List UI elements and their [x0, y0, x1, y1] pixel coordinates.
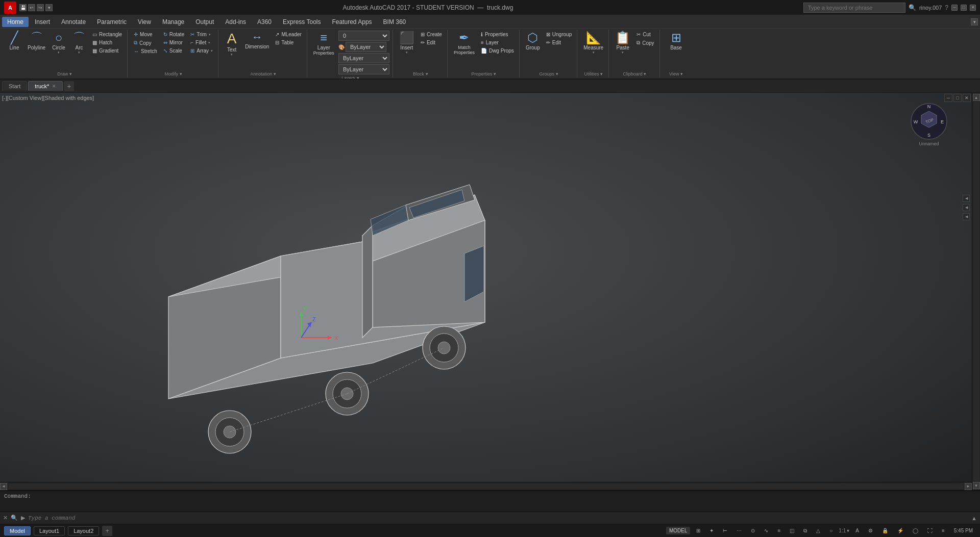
move-button[interactable]: ✛ Move — [132, 31, 159, 38]
panel-tool-2[interactable]: ◀ — [963, 204, 970, 211]
scroll-thumb-h[interactable] — [9, 484, 963, 489]
workspace-btn[interactable]: ⚙ — [865, 527, 876, 534]
menu-view[interactable]: View — [133, 17, 156, 27]
utilities-group-label[interactable]: Utilities — [584, 71, 603, 76]
menu-home[interactable]: Home — [2, 17, 29, 27]
block-editor-btn[interactable]: ✏ Edit — [419, 39, 444, 46]
tab-layout2[interactable]: Layout2 — [68, 526, 99, 535]
command-input[interactable] — [28, 515, 968, 521]
menu-featured[interactable]: Featured Apps — [327, 17, 377, 27]
clipboard-group-label[interactable]: Clipboard — [623, 71, 646, 76]
grid-btn[interactable]: ⊞ — [693, 527, 703, 534]
scroll-right[interactable]: ► — [965, 483, 972, 490]
mirror-button[interactable]: ⇔ Mirror — [161, 39, 186, 46]
clipboard-copy-btn[interactable]: ⧉ Copy — [634, 39, 656, 47]
ribbon-minimize-btn[interactable]: ▾ — [971, 18, 978, 25]
viewport-close[interactable]: ✕ — [963, 94, 971, 102]
block-group-label[interactable]: Block — [413, 71, 428, 76]
tab-start[interactable]: Start — [2, 81, 27, 91]
tab-add-button[interactable]: + — [64, 81, 74, 91]
v-scrollbar[interactable]: ▲ ▼ — [972, 93, 980, 490]
menu-manage[interactable]: Manage — [157, 17, 189, 27]
menu-parametric[interactable]: Parametric — [92, 17, 132, 27]
cmd-expand-btn[interactable]: ▲ — [971, 515, 977, 521]
layer-name-dropdown[interactable]: 0 — [338, 31, 389, 41]
groups-group-label[interactable]: Groups — [539, 71, 558, 76]
measure-button[interactable]: 📐 Measure ▾ — [581, 31, 605, 56]
line-button[interactable]: ╱ Line — [5, 31, 23, 52]
rectangle-btn[interactable]: ▭ Rectangle — [90, 31, 124, 38]
layer-linetype-dropdown[interactable]: ByLayer — [338, 53, 389, 63]
base-button[interactable]: ⊞ Base — [667, 31, 685, 52]
properties-layer-btn[interactable]: ≡ Layer — [479, 39, 516, 46]
otrack-btn[interactable]: ∿ — [761, 527, 771, 534]
annotation-group-label[interactable]: Annotation — [250, 71, 276, 76]
tab-truck-close[interactable]: ✕ — [52, 84, 56, 89]
viewport-maximize[interactable]: □ — [953, 94, 962, 102]
circle-button[interactable]: ○ Circle ▾ — [50, 31, 68, 56]
menu-insert[interactable]: Insert — [30, 17, 55, 27]
polar-btn[interactable]: ⋯ — [733, 527, 745, 534]
menu-a360[interactable]: A360 — [252, 17, 277, 27]
selection-cycling-btn[interactable]: ⧉ — [800, 527, 810, 535]
isolate-btn[interactable]: ○ — [826, 527, 836, 534]
array-button[interactable]: ⊞ Array ▾ — [188, 47, 215, 55]
fullscreen-btn[interactable]: ⛶ — [924, 527, 936, 534]
scroll-down[interactable]: ▼ — [973, 482, 980, 489]
minimize-button[interactable]: ─ — [951, 5, 958, 11]
gradient-btn[interactable]: ▦ Gradient — [90, 47, 124, 55]
layers-group-label[interactable]: Layers — [341, 75, 359, 79]
polyline-button[interactable]: ⌒ Polyline — [26, 31, 47, 52]
cmd-search-btn[interactable]: 🔍 — [11, 515, 18, 521]
layer-lineweight-dropdown[interactable]: ByLayer — [338, 64, 389, 74]
scroll-up[interactable]: ▲ — [973, 94, 980, 101]
create-block-btn[interactable]: ⊞ Create — [419, 31, 444, 38]
add-layout-btn[interactable]: + — [102, 526, 112, 536]
scroll-left[interactable]: ◄ — [0, 483, 7, 490]
app-logo[interactable]: A — [4, 2, 16, 14]
group-edit-btn[interactable]: ✏ Edit — [544, 39, 574, 46]
menu-annotate[interactable]: Annotate — [56, 17, 91, 27]
copy-button[interactable]: ⧉ Copy — [132, 39, 159, 47]
scale-button[interactable]: ⤡ Scale — [161, 47, 186, 55]
tab-layout1[interactable]: Layout1 — [34, 526, 65, 535]
arc-button[interactable]: ⌒ Arc ▾ — [70, 31, 88, 56]
h-scrollbar[interactable]: ◄ ► — [0, 482, 972, 490]
panel-tool-1[interactable]: ◀ — [963, 195, 970, 202]
layer-properties-button[interactable]: ≡ Layer Properties — [311, 31, 336, 57]
circle-dropdown[interactable]: ▾ — [58, 50, 60, 55]
rotate-button[interactable]: ↻ Rotate — [161, 31, 186, 38]
menu-bim360[interactable]: BIM 360 — [378, 17, 411, 27]
properties-group-label[interactable]: Properties — [472, 71, 497, 76]
lineweight-btn[interactable]: ≡ — [774, 527, 783, 534]
menu-addins[interactable]: Add-ins — [220, 17, 251, 27]
stretch-button[interactable]: ↔ Stretch — [132, 47, 159, 55]
tab-truck[interactable]: truck* ✕ — [28, 81, 63, 91]
viewport-restore[interactable]: ─ — [944, 94, 952, 102]
cmd-cancel-btn[interactable]: ✕ — [3, 515, 8, 521]
annotate-scale-btn[interactable]: A — [852, 527, 862, 534]
hatch-btn[interactable]: ▩ Hatch — [90, 39, 124, 46]
undo-btn[interactable]: ↩ — [28, 4, 35, 11]
insert-button[interactable]: ⬛ Insert ▾ — [397, 31, 416, 56]
scroll-thumb-v[interactable] — [973, 102, 979, 481]
paste-button[interactable]: 📋 Paste ▾ — [613, 31, 632, 56]
menu-express[interactable]: Express Tools — [278, 17, 326, 27]
group-button[interactable]: ⬡ Group — [524, 31, 542, 52]
text-button[interactable]: A Text ▾ — [223, 31, 241, 58]
view-group-label[interactable]: View — [669, 71, 683, 76]
annotation-monitor-btn[interactable]: △ — [813, 527, 823, 534]
cut-btn[interactable]: ✂ Cut — [634, 31, 656, 38]
fillet-button[interactable]: ⌐ Fillet ▾ — [188, 39, 215, 46]
quick-save-btn[interactable]: 💾 — [19, 4, 27, 11]
maximize-button[interactable]: □ — [961, 5, 967, 11]
list-btn[interactable]: ℹ Properties — [479, 31, 516, 38]
search-icon[interactable]: 🔍 — [909, 4, 916, 11]
panel-tool-3[interactable]: ◀ — [963, 213, 970, 220]
search-input[interactable] — [803, 3, 905, 13]
osnap-btn[interactable]: ⊙ — [748, 527, 758, 534]
trim-button[interactable]: ✂ Trim ▾ — [188, 31, 215, 38]
draw-group-label[interactable]: Draw — [57, 71, 72, 76]
dimension-button[interactable]: ↔ Dimension — [243, 31, 271, 50]
zoom-dropdown[interactable]: ▾ — [847, 528, 849, 533]
